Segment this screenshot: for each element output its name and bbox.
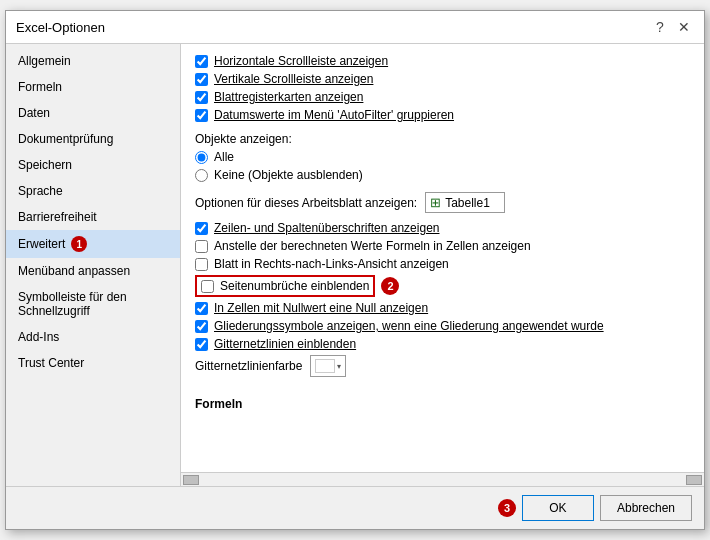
worksheet-value: Tabelle1 bbox=[445, 196, 490, 210]
blatt-register-checkbox[interactable] bbox=[195, 91, 208, 104]
scroll-track bbox=[199, 475, 686, 485]
checkbox-nullwert: In Zellen mit Nullwert eine Null anzeige… bbox=[195, 299, 690, 317]
berechnete-werte-label[interactable]: Anstelle der berechneten Werte Formeln i… bbox=[214, 239, 531, 253]
badge-3: 3 bbox=[498, 499, 516, 517]
gitternetzfarbe-picker[interactable]: ▾ bbox=[310, 355, 346, 377]
nullwert-label[interactable]: In Zellen mit Nullwert eine Null anzeige… bbox=[214, 301, 428, 315]
worksheet-row: Optionen für dieses Arbeitsblatt anzeige… bbox=[195, 192, 690, 213]
excel-optionen-dialog: Excel-Optionen ? ✕ AllgemeinFormelnDaten… bbox=[5, 10, 705, 530]
checkbox-zeilen-spalten: Zeilen- und Spaltenüberschriften anzeige… bbox=[195, 219, 690, 237]
sidebar-item-addins[interactable]: Add-Ins bbox=[6, 324, 180, 350]
radio-keine: Keine (Objekte ausblenden) bbox=[195, 166, 690, 184]
seitenumbrueche-row: Seitenumbrüche einblenden 2 bbox=[195, 273, 690, 299]
sidebar-item-erweitert[interactable]: Erweitert1 bbox=[6, 230, 180, 258]
sidebar-item-speichern[interactable]: Speichern bbox=[6, 152, 180, 178]
formeln-section: Formeln bbox=[195, 387, 690, 411]
checkbox-gliederungssymbole: Gliederungssymbole anzeigen, wenn eine G… bbox=[195, 317, 690, 335]
keine-radio[interactable] bbox=[195, 169, 208, 182]
sidebar-item-dokumentpruefung[interactable]: Dokumentprüfung bbox=[6, 126, 180, 152]
top-checkboxes-group: Horizontale Scrollleiste anzeigen Vertik… bbox=[195, 52, 690, 124]
keine-label[interactable]: Keine (Objekte ausblenden) bbox=[214, 168, 363, 182]
gitternetzfarbe-label: Gitternetzlinienfarbe bbox=[195, 359, 302, 373]
checkbox-gitternetzlinien: Gitternetzlinien einblenden bbox=[195, 335, 690, 353]
objekte-group: Objekte anzeigen: Alle Keine (Objekte au… bbox=[195, 132, 690, 184]
worksheet-section-label: Optionen für dieses Arbeitsblatt anzeige… bbox=[195, 196, 417, 210]
radio-alle: Alle bbox=[195, 148, 690, 166]
scroll-right-btn[interactable] bbox=[686, 475, 702, 485]
vert-scroll-label[interactable]: Vertikale Scrollleiste anzeigen bbox=[214, 72, 373, 86]
gitternetzfarbe-row: Gitternetzlinienfarbe ▾ bbox=[195, 353, 690, 379]
berechnete-werte-checkbox[interactable] bbox=[195, 240, 208, 253]
main-panel: Horizontale Scrollleiste anzeigen Vertik… bbox=[181, 44, 704, 486]
radio-group: Alle Keine (Objekte ausblenden) bbox=[195, 148, 690, 184]
horizontal-scrollbar[interactable] bbox=[181, 472, 704, 486]
sidebar-item-sprache[interactable]: Sprache bbox=[6, 178, 180, 204]
sidebar-item-trustcenter[interactable]: Trust Center bbox=[6, 350, 180, 376]
checkbox-horiz-scroll: Horizontale Scrollleiste anzeigen bbox=[195, 52, 690, 70]
gitternetzlinien-checkbox[interactable] bbox=[195, 338, 208, 351]
formeln-title: Formeln bbox=[195, 397, 690, 411]
seitenumbrueche-checkbox[interactable] bbox=[201, 280, 214, 293]
sidebar-item-menueband[interactable]: Menüband anpassen bbox=[6, 258, 180, 284]
checkbox-blatt-register: Blattregisterkarten anzeigen bbox=[195, 88, 690, 106]
zeilen-spalten-label[interactable]: Zeilen- und Spaltenüberschriften anzeige… bbox=[214, 221, 439, 235]
rechts-links-label[interactable]: Blatt in Rechts-nach-Links-Ansicht anzei… bbox=[214, 257, 449, 271]
gliederungssymbole-label[interactable]: Gliederungssymbole anzeigen, wenn eine G… bbox=[214, 319, 604, 333]
sidebar-badge-erweitert: 1 bbox=[71, 236, 87, 252]
sidebar-item-allgemein[interactable]: Allgemein bbox=[6, 48, 180, 74]
sidebar-item-symbolleiste[interactable]: Symbolleiste für den Schnellzugriff bbox=[6, 284, 180, 324]
objekte-label: Objekte anzeigen: bbox=[195, 132, 690, 146]
title-bar: Excel-Optionen ? ✕ bbox=[6, 11, 704, 44]
worksheet-icon: ⊞ bbox=[430, 195, 441, 210]
horiz-scroll-checkbox[interactable] bbox=[195, 55, 208, 68]
blatt-register-label[interactable]: Blattregisterkarten anzeigen bbox=[214, 90, 363, 104]
checkbox-berechnete-werte: Anstelle der berechneten Werte Formeln i… bbox=[195, 237, 690, 255]
worksheet-section: Optionen für dieses Arbeitsblatt anzeige… bbox=[195, 192, 690, 379]
badge-2: 2 bbox=[381, 277, 399, 295]
sidebar-item-daten[interactable]: Daten bbox=[6, 100, 180, 126]
checkbox-vert-scroll: Vertikale Scrollleiste anzeigen bbox=[195, 70, 690, 88]
content-area: AllgemeinFormelnDatenDokumentprüfungSpei… bbox=[6, 44, 704, 486]
bottom-bar: 3 OK Abbrechen bbox=[6, 486, 704, 529]
checkbox-datum-autofilter: Datumswerte im Menü 'AutoFilter' gruppie… bbox=[195, 106, 690, 124]
dropdown-arrow-icon: ▾ bbox=[337, 362, 341, 371]
main-scroll-area[interactable]: Horizontale Scrollleiste anzeigen Vertik… bbox=[181, 44, 704, 472]
gitternetzlinien-label[interactable]: Gitternetzlinien einblenden bbox=[214, 337, 356, 351]
vert-scroll-checkbox[interactable] bbox=[195, 73, 208, 86]
checkbox-rechts-links: Blatt in Rechts-nach-Links-Ansicht anzei… bbox=[195, 255, 690, 273]
nullwert-checkbox[interactable] bbox=[195, 302, 208, 315]
datum-autofilter-checkbox[interactable] bbox=[195, 109, 208, 122]
sidebar-item-formeln[interactable]: Formeln bbox=[6, 74, 180, 100]
title-controls: ? ✕ bbox=[650, 17, 694, 37]
sidebar-item-barrierefreiheit[interactable]: Barrierefreiheit bbox=[6, 204, 180, 230]
zeilen-spalten-checkbox[interactable] bbox=[195, 222, 208, 235]
gliederungssymbole-checkbox[interactable] bbox=[195, 320, 208, 333]
ok-button[interactable]: OK bbox=[522, 495, 594, 521]
datum-autofilter-label[interactable]: Datumswerte im Menü 'AutoFilter' gruppie… bbox=[214, 108, 454, 122]
help-button[interactable]: ? bbox=[650, 17, 670, 37]
alle-radio[interactable] bbox=[195, 151, 208, 164]
seitenumbrueche-label[interactable]: Seitenumbrüche einblenden bbox=[220, 279, 369, 293]
horiz-scroll-label[interactable]: Horizontale Scrollleiste anzeigen bbox=[214, 54, 388, 68]
worksheet-select[interactable]: ⊞ Tabelle1 bbox=[425, 192, 505, 213]
scroll-left-btn[interactable] bbox=[183, 475, 199, 485]
cancel-button[interactable]: Abbrechen bbox=[600, 495, 692, 521]
rechts-links-checkbox[interactable] bbox=[195, 258, 208, 271]
close-button[interactable]: ✕ bbox=[674, 17, 694, 37]
color-swatch bbox=[315, 359, 335, 373]
sidebar: AllgemeinFormelnDatenDokumentprüfungSpei… bbox=[6, 44, 181, 486]
dialog-title: Excel-Optionen bbox=[16, 20, 105, 35]
alle-label[interactable]: Alle bbox=[214, 150, 234, 164]
seitenumbrueche-highlighted: Seitenumbrüche einblenden bbox=[195, 275, 375, 297]
